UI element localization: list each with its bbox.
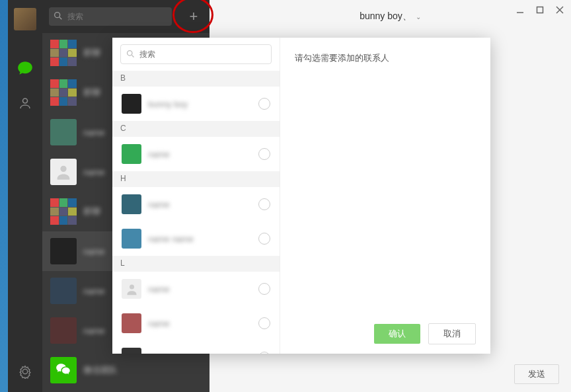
chat-item-name: name [83, 326, 105, 336]
send-button[interactable]: 发送 [514, 364, 559, 384]
close-button[interactable] [555, 5, 564, 15]
contact-name: name [148, 353, 252, 354]
sidebar-nav [8, 0, 42, 392]
add-contacts-modal: Bbunny boyCnameHnamename nameLnamenamena… [112, 38, 490, 354]
chat-item-name: 群聊 [83, 47, 100, 59]
letter-header: B [112, 71, 280, 87]
chat-title[interactable]: bunny boy、⌄ [360, 11, 421, 22]
contact-radio[interactable] [258, 317, 270, 329]
modal-search-input[interactable] [120, 44, 272, 64]
contact-name: name [148, 149, 252, 159]
search-icon [53, 11, 63, 24]
settings-icon[interactable] [17, 363, 34, 380]
contact-name: name name [148, 234, 252, 244]
contact-radio[interactable] [258, 283, 270, 295]
contact-item[interactable]: bunny boy [112, 87, 280, 121]
confirm-button[interactable]: 确认 [374, 324, 420, 344]
add-button[interactable]: + [184, 7, 203, 26]
contact-name: name [148, 200, 252, 210]
cancel-button[interactable]: 取消 [428, 323, 476, 344]
user-avatar[interactable] [14, 8, 36, 30]
chat-item-name: 群聊 [83, 206, 100, 217]
contact-name: bunny boy [148, 99, 252, 109]
chat-icon[interactable] [17, 59, 34, 77]
search-icon [126, 49, 135, 61]
contact-radio[interactable] [258, 198, 270, 210]
window-controls [515, 5, 564, 15]
chat-item-name: name [83, 247, 105, 256]
contact-radio[interactable] [258, 352, 270, 354]
svg-rect-3 [537, 7, 543, 13]
chat-item-name: name [83, 286, 105, 296]
letter-header: H [112, 171, 280, 187]
contact-item[interactable]: name [112, 306, 280, 340]
chat-item-name: name [83, 167, 105, 177]
contact-radio[interactable] [258, 148, 270, 160]
letter-header: L [112, 256, 280, 272]
search-input[interactable] [49, 7, 172, 26]
chat-item-name: name [83, 128, 105, 137]
svg-point-6 [128, 51, 133, 56]
svg-line-7 [132, 55, 133, 57]
contact-name: name [148, 319, 252, 329]
contact-item[interactable]: name [112, 340, 280, 354]
contact-name: name [148, 284, 252, 294]
letter-header: C [112, 121, 280, 137]
chat-item-name: 微信团队 [83, 364, 118, 376]
svg-line-1 [59, 17, 61, 19]
search-bar: + [42, 0, 209, 33]
contact-item[interactable]: name name [112, 221, 280, 256]
contacts-icon[interactable] [17, 95, 34, 112]
maximize-button[interactable] [535, 5, 545, 15]
chat-item-name: 群聊 [83, 87, 100, 98]
chat-list-item[interactable]: 微信团队 [42, 350, 209, 390]
titlebar: bunny boy、⌄ [209, 0, 571, 33]
modal-contact-list: Bbunny boyCnameHnamename nameLnamenamena… [112, 38, 280, 354]
svg-point-0 [55, 13, 60, 18]
contact-radio[interactable] [258, 98, 270, 110]
minimize-button[interactable] [515, 5, 525, 15]
contact-item[interactable]: name [112, 137, 280, 171]
modal-selection-panel: 请勾选需要添加的联系人 确认 取消 [280, 38, 490, 354]
contact-radio[interactable] [258, 233, 270, 245]
modal-hint-text: 请勾选需要添加的联系人 [280, 38, 490, 314]
contact-item[interactable]: name [112, 272, 280, 306]
app-window: + 群聊群聊namename群聊namenamename微信团队 bunny b… [8, 0, 571, 392]
contact-item[interactable]: name [112, 187, 280, 221]
chevron-down-icon: ⌄ [416, 13, 421, 20]
